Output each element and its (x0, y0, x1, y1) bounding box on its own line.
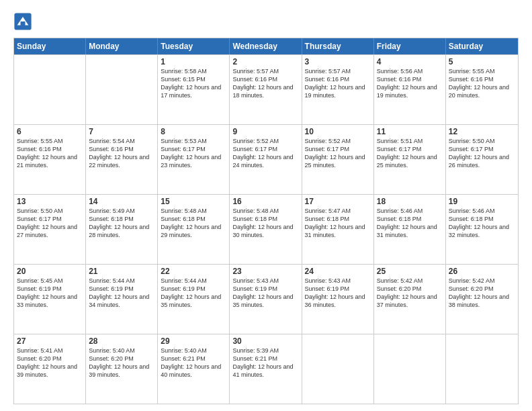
day-number: 11 (377, 127, 443, 136)
calendar-cell: 19Sunrise: 5:46 AMSunset: 6:18 PMDayligh… (446, 195, 518, 264)
cell-info: Sunrise: 5:46 AMSunset: 6:18 PMDaylight:… (449, 207, 515, 240)
calendar-cell (446, 334, 518, 404)
cell-info: Sunrise: 5:48 AMSunset: 6:18 PMDaylight:… (161, 207, 226, 240)
calendar-cell: 12Sunrise: 5:50 AMSunset: 6:17 PMDayligh… (446, 125, 518, 194)
day-number: 20 (17, 267, 83, 276)
cell-info: Sunrise: 5:42 AMSunset: 6:20 PMDaylight:… (449, 277, 515, 310)
weekday-header: Saturday (446, 38, 518, 54)
day-number: 12 (449, 127, 515, 136)
calendar-cell: 24Sunrise: 5:43 AMSunset: 6:19 PMDayligh… (302, 265, 374, 334)
calendar-row: 27Sunrise: 5:41 AMSunset: 6:20 PMDayligh… (14, 334, 518, 404)
calendar-cell: 3Sunrise: 5:57 AMSunset: 6:16 PMDaylight… (302, 55, 374, 124)
calendar-cell: 30Sunrise: 5:39 AMSunset: 6:21 PMDayligh… (230, 334, 302, 404)
day-number: 6 (17, 127, 83, 136)
cell-info: Sunrise: 5:55 AMSunset: 6:16 PMDaylight:… (17, 137, 83, 170)
day-number: 30 (232, 336, 298, 346)
weekday-header: Friday (374, 38, 446, 54)
weekday-header: Sunday (14, 38, 86, 54)
cell-info: Sunrise: 5:40 AMSunset: 6:21 PMDaylight:… (161, 347, 226, 379)
cell-info: Sunrise: 5:40 AMSunset: 6:20 PMDaylight:… (89, 347, 154, 379)
cell-info: Sunrise: 5:44 AMSunset: 6:19 PMDaylight:… (89, 277, 154, 310)
cell-info: Sunrise: 5:45 AMSunset: 6:19 PMDaylight:… (17, 277, 83, 310)
day-number: 21 (89, 267, 154, 276)
calendar-cell: 18Sunrise: 5:46 AMSunset: 6:18 PMDayligh… (374, 195, 446, 264)
calendar-cell: 15Sunrise: 5:48 AMSunset: 6:18 PMDayligh… (158, 195, 230, 264)
day-number: 7 (89, 127, 154, 136)
calendar-cell (374, 334, 446, 404)
page: SundayMondayTuesdayWednesdayThursdayFrid… (0, 0, 532, 411)
calendar-cell: 23Sunrise: 5:43 AMSunset: 6:19 PMDayligh… (230, 265, 302, 334)
day-number: 19 (449, 197, 515, 206)
calendar-cell: 6Sunrise: 5:55 AMSunset: 6:16 PMDaylight… (14, 125, 86, 194)
calendar-cell: 26Sunrise: 5:42 AMSunset: 6:20 PMDayligh… (446, 265, 518, 334)
calendar-cell (14, 55, 86, 124)
day-number: 17 (305, 197, 371, 206)
calendar-row: 1Sunrise: 5:58 AMSunset: 6:15 PMDaylight… (14, 54, 518, 124)
cell-info: Sunrise: 5:52 AMSunset: 6:17 PMDaylight:… (232, 137, 298, 170)
logo (13, 12, 35, 31)
cell-info: Sunrise: 5:41 AMSunset: 6:20 PMDaylight:… (17, 347, 83, 379)
weekday-header: Tuesday (158, 38, 230, 54)
calendar-header: SundayMondayTuesdayWednesdayThursdayFrid… (14, 38, 518, 54)
cell-info: Sunrise: 5:56 AMSunset: 6:16 PMDaylight:… (377, 67, 443, 100)
logo-icon (13, 12, 32, 31)
day-number: 16 (232, 197, 298, 206)
calendar-cell: 8Sunrise: 5:53 AMSunset: 6:17 PMDaylight… (158, 125, 230, 194)
weekday-header: Thursday (302, 38, 374, 54)
calendar: SundayMondayTuesdayWednesdayThursdayFrid… (13, 38, 519, 404)
cell-info: Sunrise: 5:51 AMSunset: 6:17 PMDaylight:… (377, 137, 443, 170)
cell-info: Sunrise: 5:54 AMSunset: 6:16 PMDaylight:… (89, 137, 154, 170)
calendar-cell: 17Sunrise: 5:47 AMSunset: 6:18 PMDayligh… (302, 195, 374, 264)
day-number: 8 (161, 127, 226, 136)
day-number: 10 (305, 127, 371, 136)
calendar-cell: 28Sunrise: 5:40 AMSunset: 6:20 PMDayligh… (86, 334, 158, 404)
day-number: 18 (377, 197, 443, 206)
day-number: 27 (17, 336, 83, 346)
cell-info: Sunrise: 5:57 AMSunset: 6:16 PMDaylight:… (232, 67, 298, 100)
day-number: 24 (305, 267, 371, 276)
day-number: 15 (161, 197, 226, 206)
day-number: 9 (232, 127, 298, 136)
calendar-cell: 4Sunrise: 5:56 AMSunset: 6:16 PMDaylight… (374, 55, 446, 124)
cell-info: Sunrise: 5:55 AMSunset: 6:16 PMDaylight:… (449, 67, 515, 100)
calendar-row: 20Sunrise: 5:45 AMSunset: 6:19 PMDayligh… (14, 264, 518, 334)
calendar-cell: 2Sunrise: 5:57 AMSunset: 6:16 PMDaylight… (230, 55, 302, 124)
cell-info: Sunrise: 5:48 AMSunset: 6:18 PMDaylight:… (232, 207, 298, 240)
header (13, 12, 519, 31)
calendar-cell: 13Sunrise: 5:50 AMSunset: 6:17 PMDayligh… (14, 195, 86, 264)
cell-info: Sunrise: 5:52 AMSunset: 6:17 PMDaylight:… (305, 137, 371, 170)
day-number: 13 (17, 197, 83, 206)
cell-info: Sunrise: 5:58 AMSunset: 6:15 PMDaylight:… (161, 67, 226, 100)
calendar-cell: 11Sunrise: 5:51 AMSunset: 6:17 PMDayligh… (374, 125, 446, 194)
weekday-header: Wednesday (230, 38, 302, 54)
svg-rect-2 (21, 21, 26, 26)
calendar-row: 13Sunrise: 5:50 AMSunset: 6:17 PMDayligh… (14, 194, 518, 264)
day-number: 5 (449, 57, 515, 66)
calendar-body: 1Sunrise: 5:58 AMSunset: 6:15 PMDaylight… (14, 54, 518, 404)
calendar-cell: 14Sunrise: 5:49 AMSunset: 6:18 PMDayligh… (86, 195, 158, 264)
cell-info: Sunrise: 5:39 AMSunset: 6:21 PMDaylight:… (232, 347, 298, 379)
calendar-cell: 1Sunrise: 5:58 AMSunset: 6:15 PMDaylight… (158, 55, 230, 124)
day-number: 4 (377, 57, 443, 66)
calendar-cell: 9Sunrise: 5:52 AMSunset: 6:17 PMDaylight… (230, 125, 302, 194)
calendar-cell: 20Sunrise: 5:45 AMSunset: 6:19 PMDayligh… (14, 265, 86, 334)
day-number: 22 (161, 267, 226, 276)
calendar-cell (86, 55, 158, 124)
calendar-cell: 7Sunrise: 5:54 AMSunset: 6:16 PMDaylight… (86, 125, 158, 194)
calendar-cell: 29Sunrise: 5:40 AMSunset: 6:21 PMDayligh… (158, 334, 230, 404)
weekday-header: Monday (86, 38, 158, 54)
day-number: 28 (89, 336, 154, 346)
calendar-cell: 21Sunrise: 5:44 AMSunset: 6:19 PMDayligh… (86, 265, 158, 334)
cell-info: Sunrise: 5:47 AMSunset: 6:18 PMDaylight:… (305, 207, 371, 240)
day-number: 1 (161, 57, 226, 66)
calendar-cell: 10Sunrise: 5:52 AMSunset: 6:17 PMDayligh… (302, 125, 374, 194)
cell-info: Sunrise: 5:57 AMSunset: 6:16 PMDaylight:… (305, 67, 371, 100)
day-number: 29 (161, 336, 226, 346)
cell-info: Sunrise: 5:43 AMSunset: 6:19 PMDaylight:… (232, 277, 298, 310)
cell-info: Sunrise: 5:43 AMSunset: 6:19 PMDaylight:… (305, 277, 371, 310)
cell-info: Sunrise: 5:53 AMSunset: 6:17 PMDaylight:… (161, 137, 226, 170)
calendar-cell: 22Sunrise: 5:44 AMSunset: 6:19 PMDayligh… (158, 265, 230, 334)
day-number: 23 (232, 267, 298, 276)
calendar-cell (302, 334, 374, 404)
day-number: 3 (305, 57, 371, 66)
